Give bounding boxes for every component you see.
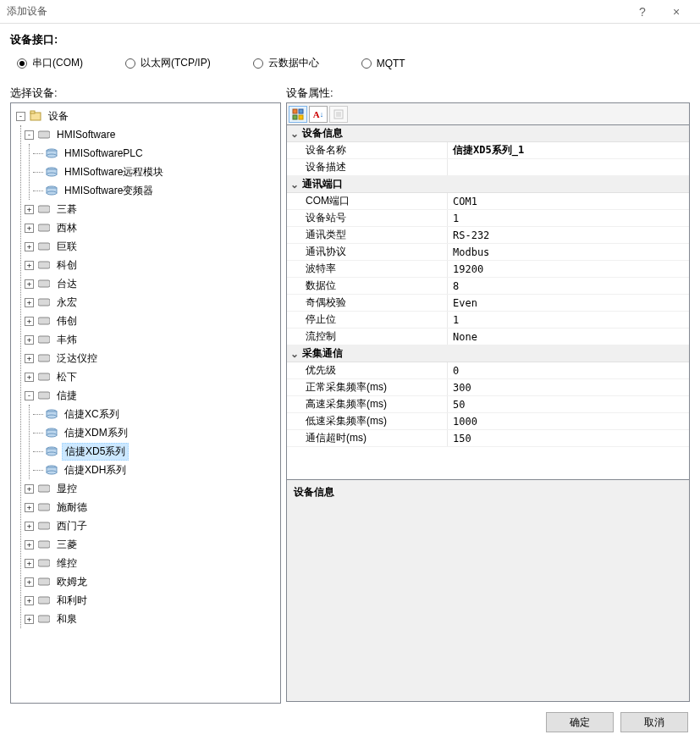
property-pages-button[interactable] <box>329 106 348 123</box>
property-row[interactable]: 波特率 19200 <box>287 261 689 278</box>
radio-tcpip[interactable]: 以太网(TCP/IP) <box>125 56 211 70</box>
tree-item[interactable]: 信捷XD5系列 <box>30 442 278 461</box>
expand-icon[interactable]: + <box>25 354 34 363</box>
radio-mqtt[interactable]: MQTT <box>361 56 405 70</box>
expand-icon[interactable]: + <box>25 615 34 624</box>
tree-item[interactable]: + 西门子 <box>21 516 278 535</box>
tree-item[interactable]: + 伟创 <box>21 312 278 330</box>
expand-icon[interactable]: + <box>25 559 34 568</box>
expand-icon[interactable]: + <box>25 373 34 382</box>
property-value[interactable]: 1 <box>448 312 689 328</box>
tree-item[interactable]: 信捷XDM系列 <box>30 423 278 442</box>
collapse-icon[interactable]: - <box>25 391 34 400</box>
tree-item[interactable]: + 和利时 <box>21 591 278 610</box>
property-value[interactable]: 19200 <box>448 261 689 277</box>
property-row[interactable]: 正常采集频率(ms) 300 <box>287 379 689 396</box>
property-value[interactable] <box>448 159 689 175</box>
property-row[interactable]: 通讯类型 RS-232 <box>287 227 689 244</box>
property-category[interactable]: ⌄ 通讯端口 <box>287 176 689 193</box>
tree-item-hmisoftware[interactable]: - HMISoftware <box>21 125 278 144</box>
tree-item[interactable]: HMISoftware远程模块 <box>30 163 278 181</box>
property-row[interactable]: 优先级 0 <box>287 362 689 379</box>
tree-item[interactable]: + 丰炜 <box>21 330 278 349</box>
property-row[interactable]: 设备名称 信捷XD5系列_1 <box>287 142 689 159</box>
property-value[interactable]: 8 <box>448 278 689 294</box>
ok-button[interactable]: 确定 <box>546 712 614 732</box>
expand-icon[interactable]: + <box>25 205 34 214</box>
tree-item[interactable]: + 维控 <box>21 554 278 572</box>
property-row[interactable]: 数据位 8 <box>287 278 689 295</box>
tree-item[interactable]: + 永宏 <box>21 293 278 312</box>
tree-item[interactable]: + 欧姆龙 <box>21 572 278 591</box>
expand-icon[interactable]: + <box>25 577 34 587</box>
tree-item[interactable]: + 施耐德 <box>21 498 278 516</box>
cancel-button[interactable]: 取消 <box>620 712 688 732</box>
property-value[interactable]: 1 <box>448 210 689 226</box>
property-value[interactable]: 1000 <box>448 413 689 429</box>
chevron-down-icon[interactable]: ⌄ <box>287 179 302 191</box>
tree-item[interactable]: + 显控 <box>21 479 278 498</box>
property-value[interactable]: 50 <box>448 396 689 412</box>
property-row[interactable]: 流控制 None <box>287 329 689 345</box>
expand-icon[interactable]: + <box>25 335 34 345</box>
tree-item[interactable]: + 泛达仪控 <box>21 349 278 367</box>
property-row[interactable]: 通信超时(ms) 150 <box>287 430 689 447</box>
property-row[interactable]: 低速采集频率(ms) 1000 <box>287 413 689 430</box>
close-button[interactable]: × <box>659 0 693 24</box>
tree-item[interactable]: + 巨联 <box>21 237 278 256</box>
radio-cloud[interactable]: 云数据中心 <box>253 56 319 70</box>
expand-icon[interactable]: + <box>25 261 34 270</box>
tree-item[interactable]: + 科创 <box>21 256 278 274</box>
property-row[interactable]: COM端口 COM1 <box>287 193 689 210</box>
property-value[interactable]: 0 <box>448 362 689 378</box>
expand-icon[interactable]: + <box>25 522 34 531</box>
property-value[interactable]: 信捷XD5系列_1 <box>448 142 689 158</box>
expand-icon[interactable]: + <box>25 503 34 512</box>
collapse-icon[interactable]: - <box>16 112 25 121</box>
help-button[interactable]: ? <box>626 0 659 24</box>
property-value[interactable]: 150 <box>448 430 689 446</box>
property-grid[interactable]: ⌄ 设备信息 设备名称 信捷XD5系列_1 设备描述 ⌄ 通讯端口 COM端口 … <box>286 124 690 480</box>
property-row[interactable]: 奇偶校验 Even <box>287 295 689 312</box>
tree-item[interactable]: + 三菱 <box>21 535 278 554</box>
tree-root[interactable]: - 设备 <box>13 107 278 125</box>
tree-item[interactable]: + 三碁 <box>21 200 278 218</box>
expand-icon[interactable]: + <box>25 484 34 494</box>
property-row[interactable]: 设备站号 1 <box>287 210 689 227</box>
tree-item[interactable]: HMISoftware变频器 <box>30 181 278 200</box>
expand-icon[interactable]: + <box>25 317 34 326</box>
property-value[interactable]: 300 <box>448 379 689 395</box>
expand-icon[interactable]: + <box>25 596 34 605</box>
expand-icon[interactable]: + <box>25 224 34 233</box>
property-row[interactable]: 高速采集频率(ms) 50 <box>287 396 689 413</box>
expand-icon[interactable]: + <box>25 279 34 289</box>
property-row[interactable]: 设备描述 <box>287 159 689 176</box>
chevron-down-icon[interactable]: ⌄ <box>287 128 302 140</box>
tree-item[interactable]: 信捷XC系列 <box>30 405 278 423</box>
categorized-view-button[interactable] <box>289 106 307 123</box>
property-value[interactable]: COM1 <box>448 193 689 209</box>
tree-item-xinjie[interactable]: - 信捷 <box>21 386 278 405</box>
expand-icon[interactable]: + <box>25 298 34 307</box>
property-category[interactable]: ⌄ 设备信息 <box>287 125 689 142</box>
tree-item[interactable]: 信捷XDH系列 <box>30 461 278 479</box>
alphabetical-view-button[interactable]: A↓ <box>309 106 328 123</box>
collapse-icon[interactable]: - <box>25 130 34 140</box>
expand-icon[interactable]: + <box>25 242 34 251</box>
property-category[interactable]: ⌄ 采集通信 <box>287 345 689 362</box>
tree-item[interactable]: HMISoftwarePLC <box>30 144 278 163</box>
tree-item[interactable]: + 西林 <box>21 218 278 237</box>
property-value[interactable]: None <box>448 329 689 345</box>
property-value[interactable]: Modbus <box>448 244 689 260</box>
tree-item[interactable]: + 和泉 <box>21 610 278 628</box>
property-value[interactable]: Even <box>448 295 689 311</box>
expand-icon[interactable]: + <box>25 540 34 549</box>
device-tree[interactable]: - 设备 - HMISoftware <box>10 102 281 704</box>
property-row[interactable]: 停止位 1 <box>287 312 689 329</box>
radio-com[interactable]: 串口(COM) <box>17 56 83 70</box>
tree-item[interactable]: + 台达 <box>21 274 278 293</box>
tree-item[interactable]: + 松下 <box>21 367 278 386</box>
chevron-down-icon[interactable]: ⌄ <box>287 348 302 360</box>
property-row[interactable]: 通讯协议 Modbus <box>287 244 689 261</box>
property-value[interactable]: RS-232 <box>448 227 689 243</box>
